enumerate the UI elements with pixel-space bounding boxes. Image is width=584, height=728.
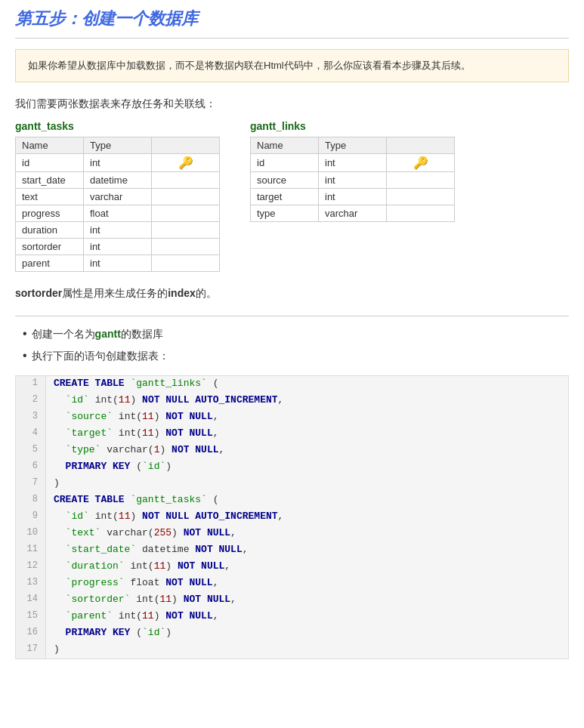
table-row: duration int	[16, 222, 220, 239]
key-icon: 🔑	[413, 156, 428, 169]
line-code: `sortorder` int(11) NOT NULL,	[46, 592, 241, 609]
table-row: parent int	[16, 255, 220, 272]
note-bold: sortorder	[15, 287, 62, 299]
line-code: `progress` float NOT NULL,	[46, 575, 224, 592]
bullet-item-1: 创建一个名为gantt的数据库	[23, 327, 569, 341]
code-line: 9 `id` int(11) NOT NULL AUTO_INCREMENT,	[16, 509, 568, 526]
cell-type: int	[319, 189, 387, 205]
line-number: 6	[16, 459, 46, 476]
cell-key	[387, 189, 455, 205]
tables-section: gantt_tasks Name Type id int 🔑 start_dat…	[15, 120, 569, 272]
code-line: 13 `progress` float NOT NULL,	[16, 575, 568, 592]
code-line: 14 `sortorder` int(11) NOT NULL,	[16, 592, 568, 609]
line-code: `target` int(11) NOT NULL,	[46, 426, 224, 443]
cell-key	[152, 189, 220, 205]
line-code: CREATE TABLE `gantt_links` (	[46, 376, 223, 393]
bullet-list: 创建一个名为gantt的数据库 执行下面的语句创建数据表：	[23, 327, 569, 363]
line-number: 3	[16, 409, 46, 426]
gantt-tasks-group: gantt_tasks Name Type id int 🔑 start_dat…	[15, 120, 220, 272]
note-text: sortorder属性是用来生成任务的index的。	[15, 287, 569, 301]
table-row: id int 🔑	[16, 154, 220, 172]
cell-key	[152, 172, 220, 189]
code-line: 15 `parent` int(11) NOT NULL,	[16, 609, 568, 625]
code-line: 12 `duration` int(11) NOT NULL,	[16, 559, 568, 575]
table-row: target int	[251, 189, 455, 205]
code-line: 1CREATE TABLE `gantt_links` (	[16, 376, 568, 393]
line-number: 4	[16, 426, 46, 443]
key-icon: 🔑	[178, 156, 193, 169]
line-number: 12	[16, 559, 46, 575]
table-header-row: Name Type	[251, 137, 455, 154]
table-row: progress float	[16, 205, 220, 222]
table-row: sortorder int	[16, 239, 220, 255]
col-header-type: Type	[319, 137, 387, 154]
col-header-key	[387, 137, 455, 154]
gantt-links-title: gantt_links	[250, 120, 455, 132]
cell-type: datetime	[84, 172, 152, 189]
cell-type: int	[319, 172, 387, 189]
cell-key: 🔑	[387, 154, 455, 172]
line-number: 11	[16, 542, 46, 559]
table-header-row: Name Type	[16, 137, 220, 154]
gantt-link[interactable]: gantt	[95, 328, 121, 340]
line-code: PRIMARY KEY (`id`)	[46, 625, 176, 642]
line-number: 10	[16, 526, 46, 542]
line-number: 7	[16, 476, 46, 492]
line-code: `parent` int(11) NOT NULL,	[46, 609, 224, 625]
line-code: PRIMARY KEY (`id`)	[46, 459, 176, 476]
cell-name: id	[16, 154, 84, 172]
cell-name: progress	[16, 205, 84, 222]
code-line: 11 `start_date` datetime NOT NULL,	[16, 542, 568, 559]
line-code: )	[46, 642, 64, 659]
line-number: 9	[16, 509, 46, 526]
cell-key	[152, 222, 220, 239]
cell-name: sortorder	[16, 239, 84, 255]
code-line: 17)	[16, 642, 568, 659]
code-line: 16 PRIMARY KEY (`id`)	[16, 625, 568, 642]
line-code: `id` int(11) NOT NULL AUTO_INCREMENT,	[46, 509, 288, 526]
code-line: 8CREATE TABLE `gantt_tasks` (	[16, 492, 568, 509]
cell-type: int	[84, 154, 152, 172]
line-number: 14	[16, 592, 46, 609]
line-code: `id` int(11) NOT NULL AUTO_INCREMENT,	[46, 393, 288, 409]
line-code: `type` varchar(1) NOT NULL,	[46, 443, 229, 459]
cell-type: varchar	[84, 189, 152, 205]
gantt-links-group: gantt_links Name Type id int 🔑 source in…	[250, 120, 455, 272]
cell-key: 🔑	[152, 154, 220, 172]
line-number: 13	[16, 575, 46, 592]
code-line: 4 `target` int(11) NOT NULL,	[16, 426, 568, 443]
col-header-name: Name	[251, 137, 319, 154]
cell-type: int	[84, 222, 152, 239]
line-number: 15	[16, 609, 46, 625]
note-bold2: index	[168, 287, 196, 299]
gantt-tasks-table: Name Type id int 🔑 start_date datetime t…	[15, 137, 220, 272]
line-number: 8	[16, 492, 46, 509]
cell-name: text	[16, 189, 84, 205]
cell-type: int	[84, 255, 152, 272]
col-header-name: Name	[16, 137, 84, 154]
gantt-links-table: Name Type id int 🔑 source int target int…	[250, 137, 455, 222]
info-box: 如果你希望从数据库中加载数据，而不是将数据内联在Html代码中，那么你应该看看本…	[15, 49, 569, 82]
cell-type: int	[84, 239, 152, 255]
table-row: type varchar	[251, 205, 455, 222]
col-header-key	[152, 137, 220, 154]
line-code: )	[46, 476, 64, 492]
code-line: 3 `source` int(11) NOT NULL,	[16, 409, 568, 426]
code-block: 1CREATE TABLE `gantt_links` (2 `id` int(…	[15, 375, 569, 659]
line-code: CREATE TABLE `gantt_tasks` (	[46, 492, 223, 509]
cell-name: id	[251, 154, 319, 172]
cell-name: start_date	[16, 172, 84, 189]
intro-text: 我们需要两张数据表来存放任务和关联线：	[15, 97, 569, 111]
code-line: 10 `text` varchar(255) NOT NULL,	[16, 526, 568, 542]
table-row: start_date datetime	[16, 172, 220, 189]
line-code: `duration` int(11) NOT NULL,	[46, 559, 235, 575]
line-code: `source` int(11) NOT NULL,	[46, 409, 224, 426]
code-line: 2 `id` int(11) NOT NULL AUTO_INCREMENT,	[16, 393, 568, 409]
cell-name: parent	[16, 255, 84, 272]
line-number: 1	[16, 376, 46, 393]
line-code: `text` varchar(255) NOT NULL,	[46, 526, 241, 542]
cell-name: source	[251, 172, 319, 189]
cell-type: varchar	[319, 205, 387, 222]
code-line: 7)	[16, 476, 568, 492]
page-title: 第五步：创建一个数据库	[15, 8, 569, 30]
